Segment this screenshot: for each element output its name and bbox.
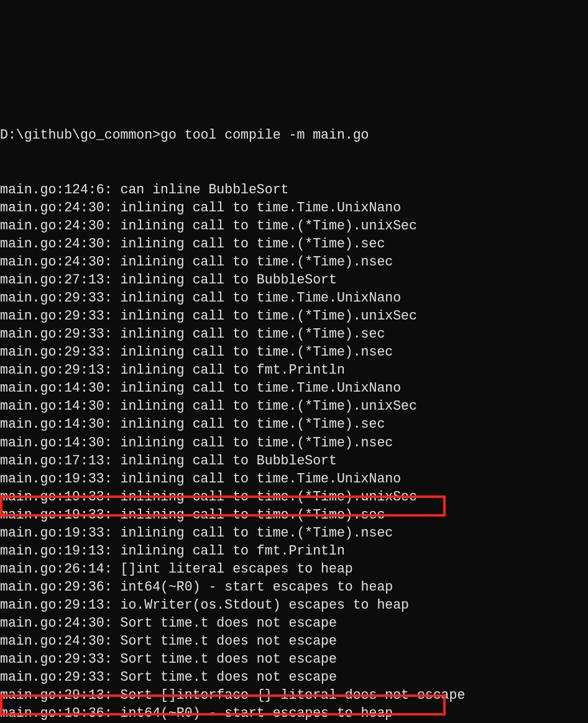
prompt-command: go tool compile -m main.go <box>160 127 369 142</box>
output-line: main.go:19:33: inlining call to time.(*T… <box>0 488 588 506</box>
output-line: main.go:24:30: Sort time.t does not esca… <box>0 632 588 650</box>
output-line: main.go:29:13: inlining call to fmt.Prin… <box>0 361 588 379</box>
output-line: main.go:29:33: inlining call to time.Tim… <box>0 289 588 307</box>
output-line: main.go:24:30: Sort time.t does not esca… <box>0 614 588 632</box>
output-line: main.go:19:33: inlining call to time.Tim… <box>0 470 588 488</box>
output-line: main.go:19:33: inlining call to time.(*T… <box>0 524 588 542</box>
prompt-cwd: D:\github\go_common> <box>0 127 160 142</box>
output-line: main.go:29:36: int64(~R0) - start escape… <box>0 578 588 596</box>
output-line: main.go:14:30: inlining call to time.(*T… <box>0 397 588 415</box>
output-line: main.go:29:33: Sort time.t does not esca… <box>0 668 588 686</box>
output-line: main.go:14:30: inlining call to time.(*T… <box>0 434 588 452</box>
output-line: main.go:27:13: inlining call to BubbleSo… <box>0 271 588 289</box>
output-line: main.go:24:30: inlining call to time.Tim… <box>0 199 588 217</box>
output-line: main.go:29:33: inlining call to time.(*T… <box>0 307 588 325</box>
output-line: main.go:24:30: inlining call to time.(*T… <box>0 217 588 235</box>
output-line: main.go:19:36: int64(~R0) - start escape… <box>0 704 588 722</box>
command-line: D:\github\go_common>go tool compile -m m… <box>0 126 588 144</box>
output-lines-container: main.go:124:6: can inline BubbleSortmain… <box>0 181 588 723</box>
output-line: main.go:29:33: inlining call to time.(*T… <box>0 325 588 343</box>
output-line: main.go:29:13: io.Writer(os.Stdout) esca… <box>0 596 588 614</box>
output-line: main.go:24:30: inlining call to time.(*T… <box>0 253 588 271</box>
output-line: main.go:29:13: Sort []interface {} liter… <box>0 686 588 704</box>
output-line: main.go:19:13: inlining call to fmt.Prin… <box>0 542 588 560</box>
output-line: main.go:26:14: []int literal escapes to … <box>0 560 588 578</box>
output-line: main.go:19:33: inlining call to time.(*T… <box>0 506 588 524</box>
terminal-output: D:\github\go_common>go tool compile -m m… <box>0 90 588 723</box>
output-line: main.go:14:30: inlining call to time.Tim… <box>0 379 588 397</box>
output-line: main.go:29:33: inlining call to time.(*T… <box>0 343 588 361</box>
output-line: main.go:124:6: can inline BubbleSort <box>0 181 588 199</box>
output-line: main.go:14:30: inlining call to time.(*T… <box>0 415 588 433</box>
output-line: main.go:29:33: Sort time.t does not esca… <box>0 650 588 668</box>
output-line: main.go:17:13: inlining call to BubbleSo… <box>0 452 588 470</box>
output-line: main.go:24:30: inlining call to time.(*T… <box>0 235 588 253</box>
